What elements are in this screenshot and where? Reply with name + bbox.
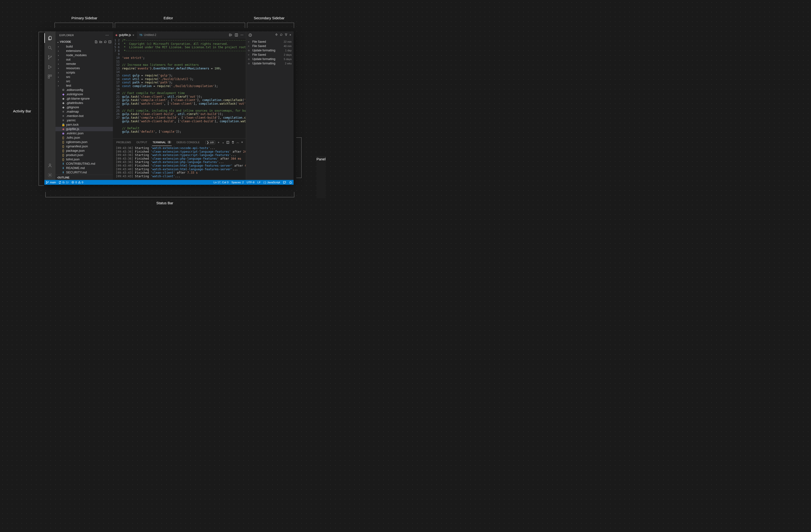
status-errors[interactable]: 0 0 <box>72 181 83 184</box>
refresh-icon[interactable] <box>280 33 283 37</box>
tree-file[interactable]: 🔒yarn.lock <box>56 123 113 127</box>
terminal-output[interactable]: [09:43:36] Starting 'watch-extension:vsc… <box>113 146 246 180</box>
tree-file[interactable]: ⬇README.md <box>56 166 113 170</box>
timeline-item[interactable]: ◇Update formatting5 days <box>248 57 292 61</box>
tree-folder[interactable]: ›test <box>56 83 113 88</box>
history-icon[interactable] <box>248 33 252 37</box>
tree-label: node_modules <box>66 53 87 58</box>
panel-tab-output[interactable]: OUTPUT <box>136 139 148 146</box>
tree-file[interactable]: ≡.yarnrc <box>56 118 113 123</box>
timeline-item[interactable]: ○File Saved2 days <box>248 52 292 57</box>
tree-file[interactable]: ⬇SECURITY.md <box>56 170 113 175</box>
tree-folder[interactable]: ›src <box>56 75 113 79</box>
pin-icon[interactable] <box>275 33 278 37</box>
tree-folder[interactable]: ›node_modules <box>56 53 113 58</box>
tree-folder[interactable]: ›extensions <box>56 49 113 53</box>
refresh-icon[interactable] <box>104 40 107 43</box>
tree-file[interactable]: ⬇CONTRIBUTING.md <box>56 161 113 166</box>
bracket-panel <box>296 138 302 178</box>
status-eol[interactable]: LF <box>257 181 261 184</box>
panel-tab-debug[interactable]: DEBUG CONSOLE <box>176 139 200 146</box>
tree-file[interactable]: {}.lsifrc.json <box>56 136 113 140</box>
activity-search[interactable] <box>44 43 56 52</box>
panel-split-icon[interactable] <box>226 141 229 144</box>
timeline-label: Update formatting <box>252 62 275 65</box>
panel-tab-problems[interactable]: PROBLEMS <box>116 139 132 146</box>
tree-label: README.md <box>66 166 85 170</box>
code-editor[interactable]: 1 2 3 4 5 6 7 8 9 10 11 12 13 14 15 16 1… <box>113 38 246 138</box>
status-bell[interactable] <box>289 181 292 184</box>
tree-file[interactable]: ◆.eslintignore <box>56 92 113 96</box>
trash-icon[interactable] <box>231 141 234 144</box>
tree-file[interactable]: ◆.gitattributes <box>56 101 113 105</box>
tree-folder[interactable]: ›resources <box>56 66 113 71</box>
status-lncol[interactable]: Ln 17, Col 3 <box>214 181 228 184</box>
new-file-icon[interactable] <box>95 40 98 43</box>
status-bar: main 0↓ 1↑ 0 0 Ln 17, Col 3 Spaces: 2 UT… <box>44 180 294 185</box>
status-feedback[interactable] <box>283 181 286 184</box>
file-tree: ›build›extensions›node_modules›out›remot… <box>56 44 113 175</box>
tree-file[interactable]: ◉.eslintrc.json <box>56 131 113 136</box>
tree-file[interactable]: {}cgmanifest.json <box>56 144 113 148</box>
tree-folder[interactable]: ›src <box>56 79 113 83</box>
warning-icon <box>78 181 81 184</box>
tree-folder[interactable]: ›build <box>56 44 113 49</box>
bracket-primary <box>55 23 113 28</box>
status-spaces[interactable]: Spaces: 2 <box>231 181 244 184</box>
status-lang[interactable]: { }JavaScript <box>263 181 280 184</box>
tree-file[interactable]: {}package.json <box>56 148 113 153</box>
tree-folder[interactable]: ›scripts <box>56 71 113 75</box>
tree-folder[interactable]: ›remote <box>56 62 113 66</box>
tree-folder[interactable]: ›out <box>56 58 113 62</box>
section-vscode[interactable]: ⌄VSCODE <box>56 39 113 44</box>
chevron-right-icon: › <box>58 83 61 88</box>
tree-file[interactable]: ◈gulpfile.js <box>56 127 113 131</box>
sidebar-more-icon[interactable]: ⋯ <box>105 33 109 37</box>
status-branch[interactable]: main <box>46 181 56 184</box>
panel-tab-terminal[interactable]: TERMINAL1 <box>152 139 171 146</box>
more-icon[interactable]: ⋯ <box>241 33 243 37</box>
collapse-icon[interactable] <box>108 40 111 43</box>
tab-gulpfile[interactable]: ◈ gulpfile.js × <box>113 31 137 38</box>
diamond-icon: ◆ <box>61 96 65 101</box>
svg-point-2 <box>48 58 49 59</box>
activity-debug[interactable] <box>44 62 56 72</box>
close-icon[interactable]: × <box>289 33 291 37</box>
filter-icon[interactable] <box>285 33 288 37</box>
terminal-split-dropdown-icon[interactable]: ⌄ <box>222 141 224 144</box>
panel-maximize-icon[interactable]: ︿ <box>236 140 239 144</box>
tree-label: extensions <box>66 49 81 53</box>
bell-icon <box>289 181 292 184</box>
tree-file[interactable]: {}tsfmt.json <box>56 157 113 161</box>
tree-file[interactable]: ≡.mailmap <box>56 109 113 114</box>
tree-file[interactable]: ⚙.editorconfig <box>56 88 113 92</box>
activity-explorer[interactable] <box>44 33 56 43</box>
new-terminal-icon[interactable]: ＋ <box>217 140 220 144</box>
tab-untitled[interactable]: TS Untitled-2 <box>137 31 159 38</box>
status-encoding[interactable]: UTF-8 <box>246 181 255 184</box>
diff-icon[interactable] <box>229 33 232 37</box>
timeline-item[interactable]: ◇Update formatting1 day <box>248 48 292 52</box>
new-folder-icon[interactable] <box>99 40 102 43</box>
tree-file[interactable]: {}product.json <box>56 153 113 157</box>
timeline-item[interactable]: ○File Saved22 min <box>248 40 292 44</box>
terminal-badge: 1 <box>167 141 171 143</box>
section-outline[interactable]: › OUTLINE <box>56 175 113 180</box>
activity-account[interactable] <box>44 161 56 170</box>
close-icon[interactable]: × <box>133 33 134 37</box>
activity-settings[interactable] <box>44 170 56 180</box>
panel-close-icon[interactable]: × <box>241 141 243 144</box>
split-icon[interactable] <box>235 33 238 37</box>
chevron-right-icon: › <box>58 58 61 62</box>
tree-file[interactable]: {}cglicenses.json <box>56 140 113 144</box>
status-sync[interactable]: 0↓ 1↑ <box>58 181 69 184</box>
bracket-secondary <box>247 23 294 28</box>
terminal-selector[interactable]: ❯zsh <box>205 141 215 144</box>
timeline-item[interactable]: ○File Saved40 min <box>248 44 292 48</box>
activity-scm[interactable] <box>44 52 56 62</box>
tree-file[interactable]: ◆.gitignore <box>56 105 113 109</box>
activity-extensions[interactable] <box>44 72 56 81</box>
tree-file[interactable]: ≡.mention-bot <box>56 114 113 118</box>
tree-file[interactable]: ◆.git-blame-ignore <box>56 96 113 101</box>
timeline-item[interactable]: ◇Update formatting2 wks <box>248 61 292 66</box>
